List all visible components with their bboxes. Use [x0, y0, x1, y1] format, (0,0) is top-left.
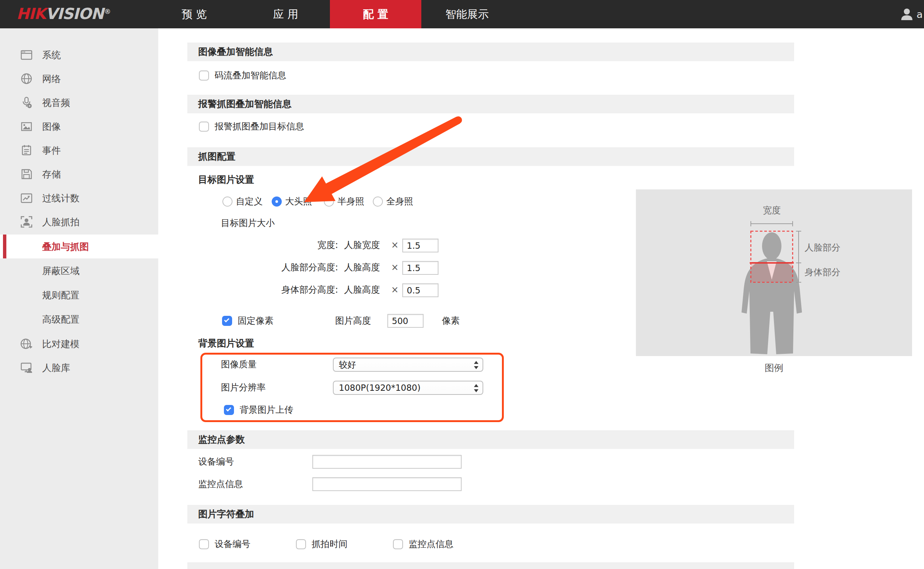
- section-bar-capture-config: 抓图配置: [188, 147, 794, 166]
- section-title: 抓图配置: [198, 147, 235, 166]
- sidebar-item-face-library[interactable]: 人脸库: [0, 356, 158, 380]
- sidebar-item-advanced-config[interactable]: 高级配置: [0, 307, 158, 331]
- target-picture-settings-title: 目标图片设置: [198, 173, 254, 186]
- section-bar-image-overlay: 图像叠加智能信息: [188, 43, 794, 61]
- sidebar-item-network[interactable]: 网络: [0, 67, 158, 91]
- sidebar-item-overlay-capture[interactable]: 叠加与抓图: [0, 234, 158, 259]
- body-height-row-label: 身体部分高度:: [224, 285, 338, 295]
- radio-half-body[interactable]: [324, 196, 334, 207]
- body-height-ratio-input[interactable]: [402, 283, 439, 297]
- event-notepad-icon: [20, 143, 34, 157]
- image-icon: [20, 119, 34, 134]
- multiply-sign: ×: [391, 263, 399, 272]
- logo-vision: VISION: [46, 5, 104, 23]
- background-picture-settings-title: 背景图片设置: [198, 337, 254, 349]
- section-bar-alarm-overlay: 报警抓图叠加智能信息: [188, 95, 794, 113]
- image-quality-select[interactable]: 较好: [333, 358, 483, 372]
- osd-device-no-checkbox[interactable]: [199, 539, 209, 549]
- stream-overlay-label: 码流叠加智能信息: [215, 70, 286, 81]
- select-stepper-icon: [474, 384, 479, 393]
- picture-height-label: 图片高度: [335, 316, 371, 326]
- section-bar-camera-params: 监控点参数: [188, 430, 794, 449]
- sidebar-item-storage[interactable]: 存储: [0, 162, 158, 186]
- sidebar-item-image[interactable]: 图像: [0, 114, 158, 138]
- sidebar-item-event[interactable]: 事件: [0, 138, 158, 162]
- radio-custom-label[interactable]: 自定义: [236, 196, 263, 207]
- picture-resolution-value: 1080P(1920*1080): [339, 382, 421, 394]
- camera-info-input[interactable]: [313, 477, 462, 491]
- tab-application[interactable]: 应 用: [240, 0, 331, 28]
- check-icon: [226, 406, 231, 411]
- radio-full-body-label[interactable]: 全身照: [386, 196, 413, 207]
- hikvision-logo: HIKVISION®: [17, 5, 110, 23]
- sidebar: 系统 网络 视音频 图像: [0, 28, 158, 569]
- active-item-indicator: [3, 234, 6, 259]
- logo-registered-mark: ®: [104, 8, 110, 15]
- osd-camera-info-checkbox[interactable]: [393, 539, 403, 549]
- line-counting-icon: [20, 191, 34, 205]
- user-name[interactable]: a: [916, 9, 923, 20]
- audio-video-mic-icon: [20, 96, 34, 110]
- width-row-base: 人脸宽度: [344, 240, 380, 250]
- legend-caption: 图例: [752, 362, 796, 374]
- radio-headshot[interactable]: [272, 196, 282, 207]
- device-no-input[interactable]: [313, 455, 462, 469]
- section-title: 图像叠加智能信息: [198, 43, 273, 61]
- body-height-row-base: 人脸高度: [344, 285, 380, 295]
- alarm-overlay-label: 报警抓图叠加目标信息: [215, 122, 304, 132]
- multiply-sign: ×: [391, 240, 399, 250]
- sidebar-item-system[interactable]: 系统: [0, 43, 158, 67]
- radio-half-body-label[interactable]: 半身照: [337, 196, 364, 207]
- sidebar-item-line-counting[interactable]: 过线计数: [0, 186, 158, 210]
- network-globe-icon: [20, 72, 34, 86]
- face-height-row-base: 人脸高度: [344, 263, 380, 272]
- tab-smart-display[interactable]: 智能展示: [421, 0, 513, 28]
- system-window-icon: [20, 48, 34, 62]
- device-no-label: 设备编号: [198, 457, 234, 467]
- stream-overlay-checkbox[interactable]: [199, 70, 209, 81]
- radio-headshot-label[interactable]: 大头照: [285, 196, 312, 207]
- radio-dot: [275, 200, 278, 203]
- radio-full-body[interactable]: [373, 196, 383, 207]
- radio-custom[interactable]: [223, 196, 232, 207]
- image-quality-value: 较好: [339, 358, 356, 371]
- picture-height-input[interactable]: [387, 314, 424, 328]
- section-title: 监控点参数: [198, 430, 245, 449]
- section-bar-bottom: [188, 562, 794, 569]
- pixel-unit-label: 像素: [442, 316, 460, 326]
- width-row-label: 宽度:: [224, 240, 338, 250]
- sidebar-item-face-capture[interactable]: 人脸抓拍: [0, 210, 158, 234]
- face-height-ratio-input[interactable]: [402, 261, 439, 275]
- sidebar-item-compare-modeling[interactable]: 比对建模: [0, 332, 158, 356]
- alarm-overlay-checkbox[interactable]: [199, 122, 209, 132]
- section-title: 图片字符叠加: [198, 505, 254, 523]
- background-upload-checkbox[interactable]: [224, 405, 234, 415]
- osd-device-no-label: 设备编号: [215, 539, 250, 549]
- storage-floppy-icon: [20, 167, 34, 181]
- width-ratio-input[interactable]: [402, 239, 439, 253]
- osd-capture-time-checkbox[interactable]: [296, 539, 306, 549]
- picture-resolution-select[interactable]: 1080P(1920*1080): [333, 381, 483, 395]
- face-library-icon: [20, 361, 34, 375]
- sidebar-item-rule-config[interactable]: 规则配置: [0, 283, 158, 307]
- face-height-row-label: 人脸部分高度:: [224, 263, 338, 272]
- check-icon: [224, 317, 229, 322]
- tab-configuration[interactable]: 配 置: [330, 0, 421, 28]
- section-title: 报警抓图叠加智能信息: [198, 95, 291, 113]
- fixed-pixel-checkbox[interactable]: [222, 316, 232, 326]
- logo-hik: HIK: [17, 5, 46, 23]
- face-capture-icon: [20, 215, 34, 229]
- camera-info-label: 监控点信息: [198, 479, 243, 489]
- osd-camera-info-label: 监控点信息: [409, 539, 453, 549]
- body-part-label: 身体部分: [805, 266, 840, 278]
- sidebar-item-privacy-mask[interactable]: 屏蔽区域: [0, 259, 158, 283]
- sidebar-item-audio-video[interactable]: 视音频: [0, 91, 158, 114]
- select-stepper-icon: [474, 361, 479, 370]
- user-avatar-icon[interactable]: [900, 8, 913, 21]
- background-upload-label: 背景图片上传: [239, 405, 293, 415]
- multiply-sign: ×: [391, 285, 399, 295]
- picture-resolution-label: 图片分辨率: [221, 383, 266, 393]
- section-bar-osd-overlay: 图片字符叠加: [188, 505, 794, 523]
- tab-preview[interactable]: 预 览: [148, 0, 240, 28]
- top-nav: HIKVISION® 预 览 应 用 配 置 智能展示 a: [0, 0, 924, 28]
